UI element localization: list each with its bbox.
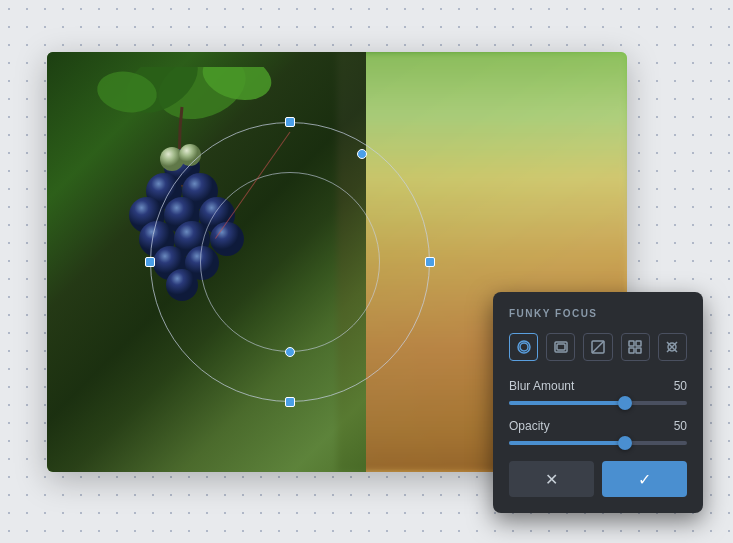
- inner-handle-bottom[interactable]: [285, 347, 295, 357]
- circle-shape-button[interactable]: [509, 333, 538, 361]
- cancel-button[interactable]: ✕: [509, 461, 594, 497]
- blur-slider-track[interactable]: [509, 401, 687, 405]
- opacity-slider-fill: [509, 441, 625, 445]
- opacity-slider-thumb[interactable]: [618, 436, 632, 450]
- panel-title: FUNKY FOCUS: [509, 308, 687, 319]
- shape-icons-row: [509, 333, 687, 361]
- blur-value: 50: [674, 379, 687, 393]
- diagonal-shape-button[interactable]: [583, 333, 612, 361]
- handle-right[interactable]: [425, 257, 435, 267]
- opacity-value: 50: [674, 419, 687, 433]
- handle-bottom[interactable]: [285, 397, 295, 407]
- focus-overlay: [150, 122, 430, 402]
- opacity-group: Opacity 50: [509, 419, 687, 445]
- blur-slider-header: Blur Amount 50: [509, 379, 687, 393]
- opacity-slider-track[interactable]: [509, 441, 687, 445]
- svg-rect-26: [629, 348, 634, 353]
- brush-shape-button[interactable]: [658, 333, 687, 361]
- opacity-label: Opacity: [509, 419, 550, 433]
- funky-focus-panel: FUNKY FOCUS: [493, 292, 703, 513]
- svg-rect-27: [636, 348, 641, 353]
- blur-slider-thumb[interactable]: [618, 396, 632, 410]
- inner-circle: [200, 172, 380, 352]
- opacity-slider-header: Opacity 50: [509, 419, 687, 433]
- rectangle-shape-button[interactable]: [546, 333, 575, 361]
- svg-rect-25: [636, 341, 641, 346]
- svg-line-23: [592, 341, 604, 353]
- blur-slider-fill: [509, 401, 625, 405]
- handle-left[interactable]: [145, 257, 155, 267]
- handle-top[interactable]: [285, 117, 295, 127]
- svg-rect-21: [557, 344, 565, 350]
- rotation-handle[interactable]: [357, 149, 367, 159]
- svg-rect-19: [520, 343, 528, 351]
- panel-footer: ✕ ✓: [509, 461, 687, 497]
- confirm-button[interactable]: ✓: [602, 461, 687, 497]
- grid-shape-button[interactable]: [621, 333, 650, 361]
- blur-label: Blur Amount: [509, 379, 574, 393]
- svg-rect-24: [629, 341, 634, 346]
- blur-amount-group: Blur Amount 50: [509, 379, 687, 405]
